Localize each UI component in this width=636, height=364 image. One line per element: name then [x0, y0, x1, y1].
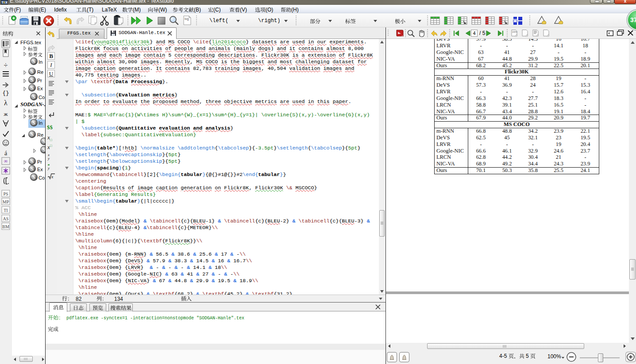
svg-text:λ: λ: [4, 99, 8, 107]
svg-text:BM: BM: [2, 224, 9, 229]
svg-text:PS: PS: [3, 192, 8, 196]
svg-text:ж: ж: [4, 111, 8, 117]
svg-text:á: á: [4, 150, 8, 157]
svg-text:∞: ∞: [4, 158, 8, 164]
svg-text:S: S: [31, 159, 34, 165]
svg-text:log: log: [185, 17, 189, 21]
svg-text:S: S: [32, 59, 35, 65]
svg-text:S: S: [31, 132, 34, 138]
svg-text:100%: 100%: [512, 31, 517, 33]
svg-text:AS: AS: [3, 216, 9, 221]
svg-text:x: x: [51, 174, 54, 179]
svg-text:{}: {}: [2, 90, 9, 96]
svg-text:MP: MP: [3, 199, 9, 204]
svg-text:S: S: [31, 166, 34, 172]
svg-text:S: S: [31, 77, 34, 83]
svg-text:S: S: [31, 85, 34, 91]
svg-text:S: S: [31, 69, 34, 75]
svg-text:÷: ÷: [4, 61, 8, 69]
svg-text:S: S: [32, 175, 35, 180]
svg-text:S: S: [32, 94, 35, 100]
svg-text:TI: TI: [4, 208, 8, 213]
svg-text:S: S: [32, 120, 35, 126]
